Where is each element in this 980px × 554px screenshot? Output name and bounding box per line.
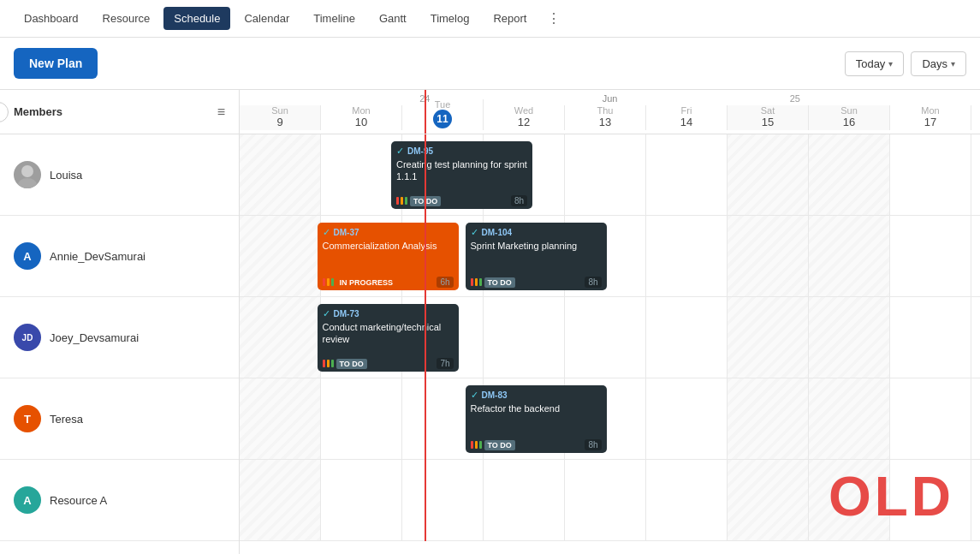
cell-r2-c0 bbox=[240, 297, 321, 378]
top-nav: Dashboard Resource Schedule Calendar Tim… bbox=[0, 0, 980, 38]
cell-r3-c9 bbox=[971, 378, 980, 459]
task-id: DM-73 bbox=[334, 309, 359, 319]
new-plan-button[interactable]: New Plan bbox=[14, 48, 98, 79]
avatar-louisa bbox=[14, 161, 41, 188]
task-hours: 6h bbox=[437, 277, 453, 288]
more-menu-button[interactable]: ⋮ bbox=[540, 5, 567, 32]
header-day-10: Mon10 bbox=[321, 105, 402, 130]
cell-r0-c8 bbox=[890, 134, 971, 215]
month-label-25: 25 bbox=[610, 93, 981, 104]
cell-r3-c7 bbox=[809, 378, 890, 459]
member-row-annie: A Annie_DevSamurai bbox=[0, 216, 239, 297]
member-row-joey: JD Joey_Devsamurai bbox=[0, 297, 239, 378]
grid-row-0: ✓DM-95Creating test planning for sprint … bbox=[240, 134, 980, 216]
cell-r3-c8 bbox=[890, 378, 971, 459]
tab-report[interactable]: Report bbox=[483, 7, 537, 30]
tab-dashboard[interactable]: Dashboard bbox=[14, 7, 89, 30]
cell-r1-c7 bbox=[809, 216, 890, 296]
tab-timelog[interactable]: Timelog bbox=[420, 7, 480, 30]
cell-r0-c0 bbox=[240, 134, 321, 215]
cell-r3-c6 bbox=[728, 378, 809, 459]
day-name-15: Sat bbox=[761, 105, 775, 116]
cell-r2-c9 bbox=[971, 297, 980, 378]
member-row-louisa: Louisa bbox=[0, 134, 239, 216]
today-button[interactable]: Today ▾ bbox=[845, 51, 905, 76]
tab-calendar[interactable]: Calendar bbox=[234, 7, 300, 30]
cell-r2-c7 bbox=[809, 297, 890, 378]
members-sidebar: Members ≡ ‹ Louisa A Annie_DevSamurai bbox=[0, 90, 240, 554]
task-card-dm37[interactable]: ✓DM-37Commercialization AnalysisIN PROGR… bbox=[318, 223, 459, 290]
avatar-joey: JD bbox=[14, 324, 41, 351]
header-day-9: Sun9 bbox=[240, 105, 321, 130]
task-id: DM-104 bbox=[482, 228, 513, 237]
cell-r4-c4 bbox=[565, 460, 646, 540]
header-day-17: Mon17 bbox=[890, 105, 971, 130]
member-name-resource-a: Resource A bbox=[50, 494, 107, 507]
cell-r4-c3 bbox=[484, 460, 565, 540]
tab-resource[interactable]: Resource bbox=[92, 7, 161, 30]
day-name-9: Sun bbox=[271, 105, 288, 116]
cell-r0-c6 bbox=[728, 134, 809, 215]
tab-timeline[interactable]: Timeline bbox=[303, 7, 365, 30]
task-status: TO DO bbox=[484, 277, 515, 288]
cell-r2-c5 bbox=[646, 297, 728, 378]
calendar-back-button[interactable]: ‹ bbox=[0, 102, 9, 122]
cell-r1-c6 bbox=[728, 216, 809, 296]
tab-gantt[interactable]: Gantt bbox=[369, 7, 417, 30]
grid-row-3: ✓DM-83Refactor the backendTO DO8h bbox=[240, 378, 980, 460]
cell-r0-c9 bbox=[971, 134, 980, 215]
cell-r0-c5 bbox=[646, 134, 728, 215]
cell-r1-c0 bbox=[240, 216, 321, 296]
task-card-dm95[interactable]: ✓DM-95Creating test planning for sprint … bbox=[391, 141, 532, 209]
sidebar-header: Members ≡ ‹ bbox=[0, 90, 239, 134]
task-hours: 8h bbox=[511, 195, 527, 206]
day-num-9: 9 bbox=[276, 116, 282, 128]
header-day-14: Fri14 bbox=[646, 105, 728, 130]
header-day-15: Sat15 bbox=[728, 105, 809, 130]
days-button[interactable]: Days ▾ bbox=[911, 51, 966, 76]
cell-r4-c6 bbox=[728, 460, 809, 540]
day-num-11: 11 bbox=[433, 110, 452, 128]
cell-r3-c1 bbox=[321, 378, 402, 459]
cell-r4-c1 bbox=[321, 460, 402, 540]
task-id: DM-83 bbox=[482, 390, 508, 400]
day-name-17: Mon bbox=[921, 105, 939, 116]
day-num-16: 16 bbox=[843, 116, 855, 128]
task-status: TO DO bbox=[410, 196, 441, 206]
days-label: Days bbox=[922, 57, 947, 70]
day-name-10: Mon bbox=[352, 105, 370, 116]
cell-r0-c4 bbox=[565, 134, 646, 215]
day-num-14: 14 bbox=[680, 116, 692, 128]
task-hours: 8h bbox=[585, 439, 601, 450]
cell-r0-c1 bbox=[321, 134, 402, 215]
task-card-dm83[interactable]: ✓DM-83Refactor the backendTO DO8h bbox=[466, 385, 607, 453]
task-card-dm73[interactable]: ✓DM-73Conduct marketing/technical review… bbox=[318, 304, 459, 372]
cell-r0-c7 bbox=[809, 134, 890, 215]
svg-point-1 bbox=[18, 178, 37, 188]
cell-r1-c9 bbox=[971, 216, 980, 296]
member-name-joey: Joey_Devsamurai bbox=[50, 331, 139, 344]
cell-r4-c5 bbox=[646, 460, 728, 540]
days-chevron-icon: ▾ bbox=[951, 59, 955, 69]
task-title: Commercialization Analysis bbox=[318, 240, 459, 255]
filter-icon[interactable]: ≡ bbox=[217, 104, 225, 120]
task-title: Refactor the backend bbox=[466, 402, 607, 418]
tab-schedule[interactable]: Schedule bbox=[163, 7, 230, 30]
task-card-dm104[interactable]: ✓DM-104Sprint Marketing planningTO DO8h bbox=[466, 223, 607, 290]
cell-r4-c2 bbox=[402, 460, 484, 540]
day-name-14: Fri bbox=[681, 105, 692, 116]
toolbar-right: Today ▾ Days ▾ bbox=[845, 51, 966, 76]
header-day-11: Tue11 bbox=[402, 99, 484, 130]
header-day-16: Sun16 bbox=[809, 105, 890, 130]
calendar-header: 24 Jun 25 Sun9Mon10Tue11Wed12Thu13Fri14S… bbox=[240, 90, 980, 134]
day-name-12: Wed bbox=[514, 105, 533, 116]
cell-r3-c5 bbox=[646, 378, 728, 459]
day-num-10: 10 bbox=[355, 116, 367, 128]
avatar-teresa: T bbox=[14, 405, 41, 432]
task-status: TO DO bbox=[336, 359, 367, 369]
cell-r1-c5 bbox=[646, 216, 728, 296]
member-row-resource-a: A Resource A bbox=[0, 460, 239, 541]
task-check-icon: ✓ bbox=[471, 390, 478, 401]
cell-r2-c8 bbox=[890, 297, 971, 378]
avatar-annie: A bbox=[14, 242, 41, 270]
